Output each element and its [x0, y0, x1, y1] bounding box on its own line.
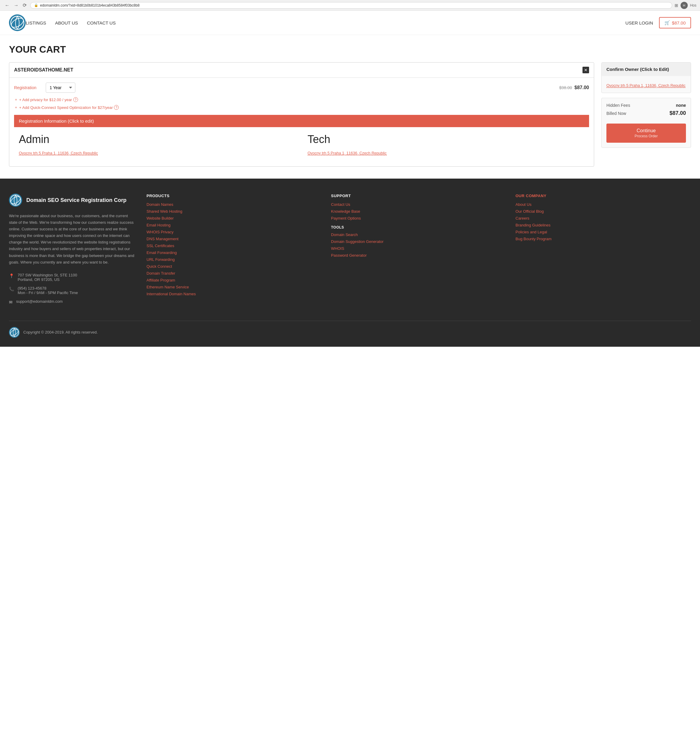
footer-link-affiliate[interactable]: Affiliate Program [147, 278, 322, 283]
user-login-button[interactable]: USER LOGIN [626, 20, 653, 25]
site-header: LISTINGS ABOUT US CONTACT US USER LOGIN … [0, 11, 700, 35]
confirm-owner-panel: Confirm Owner (Click to Edit) Ovocny trh… [601, 62, 691, 93]
addon1-help-icon[interactable]: ? [73, 97, 78, 102]
address-line1: 707 SW Washington St, STE 1100 [18, 273, 77, 277]
cart-layout: ASTEROIDSATHOME.NET ✕ Registration 1 Yea… [0, 62, 700, 179]
tools-title: TOOLS [331, 225, 507, 229]
addon2-help-icon[interactable]: ? [114, 105, 119, 110]
cart-item-body: Registration 1 Year 2 Years 3 Years 5 Ye… [9, 78, 594, 166]
price-container: $98.00 $87.00 [559, 85, 589, 90]
footer-link-dns-management[interactable]: DNS Management [147, 237, 322, 241]
footer-link-domain-search[interactable]: Domain Search [331, 232, 507, 237]
url-bar[interactable]: 🔒 edomainldm.com/?xid=8d81b0b8101b4eca84… [30, 2, 672, 9]
remove-item-button[interactable]: ✕ [583, 67, 589, 73]
nav-about-us[interactable]: ABOUT US [55, 20, 78, 25]
admin-label: Admin [19, 133, 296, 146]
profile-icon[interactable]: H [681, 2, 688, 9]
forward-button[interactable]: → [13, 2, 20, 9]
site-logo[interactable] [9, 14, 26, 31]
footer-address: 📍 707 SW Washington St, STE 1100 Portlan… [9, 273, 135, 282]
order-panel: Confirm Owner (Click to Edit) Ovocny trh… [601, 62, 691, 167]
footer-link-contact-us[interactable]: Contact Us [331, 202, 507, 207]
footer-brand: Domain SEO Service Registration Corp We'… [9, 193, 135, 309]
footer-link-knowledge-base[interactable]: Knowledge Base [331, 209, 507, 214]
footer-link-url-forwarding[interactable]: URL Forwarding [147, 257, 322, 262]
browser-bar: ← → ⟳ 🔒 edomainldm.com/?xid=8d81b0b8101b… [0, 0, 700, 11]
tech-label: Tech [308, 133, 584, 146]
cart-item-card: ASTEROIDSATHOME.NET ✕ Registration 1 Yea… [9, 62, 594, 167]
footer-columns: PRODUCTS Domain Names Shared Web Hosting… [147, 193, 691, 309]
reload-button[interactable]: ⟳ [22, 2, 28, 9]
footer-link-email-hosting[interactable]: Email Hosting [147, 223, 322, 228]
addon1-label: + Add privacy for $12.00 / year [19, 98, 72, 102]
footer-link-branding[interactable]: Branding Guidelines [516, 223, 691, 228]
footer-company-name: Domain SEO Service Registration Corp [26, 197, 126, 204]
continue-button[interactable]: Continue Process Order [606, 124, 686, 143]
footer-company-col: OUR COMPANY About Us Our Official Blog C… [516, 193, 691, 309]
footer-link-ethereum[interactable]: Ethereum Name Service [147, 285, 322, 289]
hidden-fees-label: Hidden Fees [606, 103, 630, 108]
speedopt-addon-link[interactable]: ＋ + Add Quick-Connect Speed Optimization… [14, 105, 589, 110]
main-navigation: LISTINGS ABOUT US CONTACT US [26, 20, 116, 25]
svg-point-3 [9, 193, 22, 207]
footer-link-quick-connect[interactable]: Quick Connect [147, 264, 322, 269]
hidden-fees-row: Hidden Fees none [606, 103, 686, 108]
footer-support-col: SUPPORT Contact Us Knowledge Base Paymen… [331, 193, 507, 309]
footer-link-website-builder[interactable]: Website Builder [147, 216, 322, 220]
reg-info-bar[interactable]: Registration Information (Click to edit) [14, 115, 589, 127]
phone-number: (954) 123-45678 [18, 286, 78, 290]
continue-label: Continue [637, 128, 656, 133]
footer-link-password-gen[interactable]: Password Generator [331, 253, 507, 257]
footer-logo [9, 193, 22, 207]
nav-listings[interactable]: LISTINGS [26, 20, 46, 25]
header-right: USER LOGIN 🛒 $87.00 [626, 17, 691, 28]
billed-now-value: $87.00 [669, 110, 686, 116]
footer-link-bug-bounty[interactable]: Bug Bounty Program [516, 237, 691, 241]
cart-item-header: ASTEROIDSATHOME.NET ✕ [9, 62, 594, 78]
footer-link-whois-privacy[interactable]: WHOIS Privacy [147, 230, 322, 234]
admin-address[interactable]: Ovocny trh 5 Praha 1, 11636, Czech Repub… [19, 151, 98, 156]
footer-link-intl-domains[interactable]: International Domain Names [147, 292, 322, 296]
svg-point-6 [9, 327, 20, 338]
reg-info-content: Admin Ovocny trh 5 Praha 1, 11636, Czech… [14, 127, 589, 162]
footer-link-ssl[interactable]: SSL Certificates [147, 244, 322, 248]
footer-bottom-logo [9, 327, 20, 338]
footer-link-policies[interactable]: Policies and Legal [516, 230, 691, 234]
footer-products-col: PRODUCTS Domain Names Shared Web Hosting… [147, 193, 322, 309]
footer-link-domain-suggestion[interactable]: Domain Suggestion Generator [331, 239, 507, 244]
cart-price: $87.00 [672, 20, 686, 25]
footer-phone-text: (954) 123-45678 Mon - Fri / 9AM - 5PM Pa… [18, 286, 78, 295]
footer-link-blog[interactable]: Our Official Blog [516, 209, 691, 214]
address-line2: Portland, OR 97205, US [18, 277, 77, 282]
nav-contact-us[interactable]: CONTACT US [87, 20, 116, 25]
plus-icon: ＋ [14, 97, 18, 102]
registration-label: Registration [14, 85, 41, 90]
year-select[interactable]: 1 Year 2 Years 3 Years 5 Years 10 Years [46, 83, 75, 93]
owner-address[interactable]: Ovocny trh 5 Praha 1, 11636, Czech Repub… [606, 83, 685, 88]
process-order-label: Process Order [611, 134, 682, 139]
footer-link-whois[interactable]: WHOIS [331, 246, 507, 251]
confirm-owner-header[interactable]: Confirm Owner (Click to Edit) [602, 62, 691, 76]
footer-description: We're passionate about our business, our… [9, 213, 135, 266]
footer-link-domain-names[interactable]: Domain Names [147, 202, 322, 207]
footer-link-payment-options[interactable]: Payment Options [331, 216, 507, 220]
back-button[interactable]: ← [4, 2, 11, 9]
footer-link-domain-transfer[interactable]: Domain Transfer [147, 271, 322, 275]
privacy-addon-link[interactable]: ＋ + Add privacy for $12.00 / year ? [14, 97, 589, 102]
footer-link-email-forwarding[interactable]: Email Forwarding [147, 250, 322, 255]
original-price: $98.00 [559, 85, 572, 90]
confirm-owner-body: Ovocny trh 5 Praha 1, 11636, Czech Repub… [602, 76, 691, 93]
translate-icon[interactable]: ⊞ [675, 3, 678, 8]
tech-address[interactable]: Ovocny trh 5 Praha 1, 11636, Czech Repub… [308, 151, 386, 156]
footer-copyright: Copyright © 2004-2019. All rights reserv… [23, 330, 98, 335]
footer-link-careers[interactable]: Careers [516, 216, 691, 220]
footer-link-about-us[interactable]: About Us [516, 202, 691, 207]
cart-button[interactable]: 🛒 $87.00 [659, 17, 691, 28]
phone-icon: 📞 [9, 287, 14, 292]
hidden-fees-value: none [676, 103, 686, 108]
addon2-label: + Add Quick-Connect Speed Optimization f… [19, 105, 113, 110]
lock-icon: 🔒 [34, 3, 38, 7]
page-title: YOUR CART [9, 44, 320, 55]
footer-link-shared-hosting[interactable]: Shared Web Hosting [147, 209, 322, 214]
cart-item-domain: ASTEROIDSATHOME.NET [14, 67, 73, 73]
